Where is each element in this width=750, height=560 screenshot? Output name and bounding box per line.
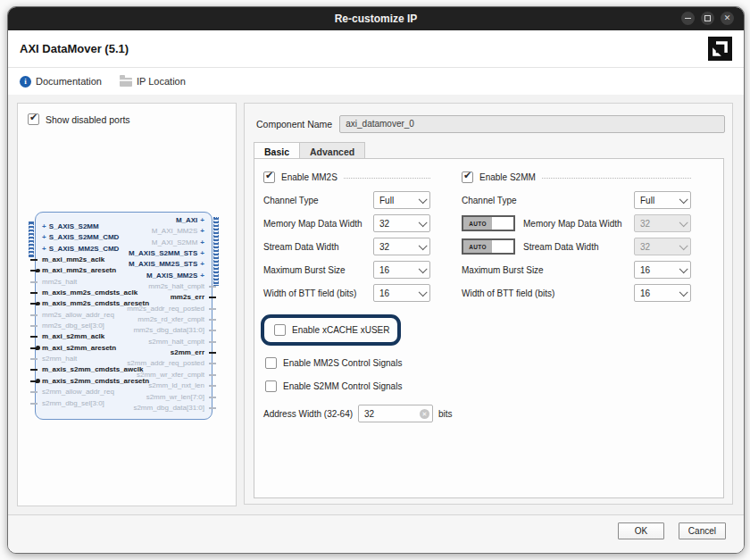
- mm2s-group: Enable MM2S Channel Type Full: [263, 171, 430, 307]
- port-row[interactable]: M_AXI: [127, 215, 204, 226]
- mm2s-btt-width-label: Width of BTT field (bits): [263, 288, 356, 298]
- chevron-down-icon: [679, 264, 688, 272]
- group-rule: [344, 178, 430, 179]
- minimize-icon[interactable]: [681, 12, 695, 25]
- bus-pins-right: [213, 217, 219, 286]
- mm2s-mm-data-width-select[interactable]: 32: [373, 214, 430, 232]
- enable-s2mm-label: Enable S2MM: [479, 172, 536, 182]
- ip-location-label: IP Location: [137, 76, 186, 87]
- address-width-label: Address Width (32-64): [263, 409, 353, 419]
- close-icon[interactable]: [721, 12, 734, 25]
- s2mm-group: Enable S2MM Channel Type Full: [462, 171, 691, 307]
- port-row[interactable]: M_AXI_MM2S: [127, 226, 204, 237]
- port-row: s2mm_wr_len[7:0]: [127, 392, 204, 403]
- recustomize-ip-dialog: Re-customize IP AXI DataMover (5.1) Docu…: [7, 6, 745, 554]
- documentation-link[interactable]: Documentation: [20, 76, 102, 88]
- port-row: s2mm_ld_nxt_len: [127, 380, 204, 391]
- s2mm-channel-type-select[interactable]: Full: [634, 191, 691, 209]
- chevron-down-icon: [419, 218, 427, 226]
- mm2s-stream-data-width-label: Stream Data Width: [263, 242, 338, 252]
- config-panel: Component Name axi_datamover_0 Basic Adv…: [244, 103, 733, 505]
- port-row: mm2s_dbg_data[31:0]: [127, 325, 204, 336]
- mm2s-channel-type-value: Full: [379, 196, 394, 205]
- auto-toggle-label: AUTO: [463, 217, 492, 230]
- enable-mm2s-control-checkbox[interactable]: [265, 357, 277, 369]
- show-disabled-ports-row: Show disabled ports: [18, 104, 236, 125]
- port-row: mm2s_halt_cmplt: [127, 281, 204, 292]
- s2mm-group-title: Enable S2MM: [462, 171, 691, 183]
- port-row[interactable]: M_AXIS_S2MM_STS: [127, 248, 204, 259]
- chevron-down-icon: [419, 195, 427, 203]
- mm2s-channel-type-select[interactable]: Full: [373, 191, 430, 209]
- port-row[interactable]: M_AXIS_MM2S_STS: [127, 259, 204, 270]
- s2mm-max-burst-value: 16: [640, 265, 650, 275]
- ip-location-link[interactable]: IP Location: [120, 76, 186, 87]
- s2mm-channel-type-row: Channel Type Full: [462, 191, 691, 209]
- address-width-row: Address Width (32-64) bits: [263, 405, 714, 422]
- port-row: s2mm_addr_req_posted: [127, 358, 204, 369]
- chevron-down-icon: [419, 241, 427, 249]
- mm2s-mm-data-width-label: Memory Map Data Width: [263, 219, 362, 229]
- mm2s-stream-data-width-row: Stream Data Width 32: [263, 238, 430, 255]
- s2mm-mm-data-width-value: 32: [640, 219, 650, 229]
- mm2s-max-burst-row: Maximum Burst Size 16: [263, 261, 430, 279]
- s2mm-btt-width-label: Width of BTT field (bits): [462, 288, 554, 298]
- s2mm-max-burst-select[interactable]: 16: [634, 261, 691, 279]
- port-row: mm2s_rd_xfer_cmplt: [127, 314, 204, 325]
- ok-button[interactable]: OK: [618, 522, 664, 539]
- mm2s-stream-data-width-select[interactable]: 32: [373, 238, 430, 255]
- component-name-label: Component Name: [256, 119, 332, 130]
- mm2s-channel-type-row: Channel Type Full: [263, 191, 430, 209]
- s2mm-stream-data-width-value: 32: [640, 242, 650, 252]
- bus-pins-left: [29, 221, 34, 257]
- show-disabled-ports-label: Show disabled ports: [46, 114, 130, 125]
- s2mm-btt-width-value: 16: [640, 288, 650, 298]
- s2mm-btt-width-row: Width of BTT field (bits) 16: [462, 284, 691, 302]
- show-disabled-ports-checkbox[interactable]: [28, 113, 39, 125]
- port-row: s2mm_wr_xfer_cmplt: [127, 370, 204, 380]
- block-diagram-panel: Show disabled ports S_AXIS_S2MM S_AXIS_S…: [17, 103, 237, 506]
- dialog-footer: OK Cancel: [8, 514, 744, 553]
- enable-s2mm-control-checkbox[interactable]: [265, 380, 277, 392]
- auto-toggle[interactable]: AUTO: [462, 238, 515, 255]
- port-row[interactable]: M_AXIS_MM2S: [127, 271, 204, 281]
- s2mm-max-burst-row: Maximum Burst Size 16: [462, 261, 691, 279]
- chevron-down-icon: [679, 195, 688, 203]
- enable-mm2s-checkbox[interactable]: [263, 171, 275, 183]
- mm2s-mm-data-width-value: 32: [379, 219, 389, 229]
- mm2s-max-burst-value: 16: [379, 265, 389, 275]
- s2mm-stream-data-width-select: 32: [634, 238, 691, 255]
- s2mm-channel-type-label: Channel Type: [462, 196, 517, 205]
- port-row: s2mm_err: [127, 347, 204, 358]
- maximize-icon[interactable]: [701, 12, 714, 25]
- port-row: mm2s_addr_req_posted: [127, 304, 204, 314]
- mm2s-max-burst-label: Maximum Burst Size: [263, 265, 346, 275]
- documentation-label: Documentation: [36, 76, 102, 87]
- mm2s-stream-data-width-value: 32: [379, 242, 389, 252]
- s2mm-control-signals-row: Enable S2MM Control Signals: [265, 380, 714, 392]
- auto-toggle-label: AUTO: [463, 240, 492, 253]
- dialog-header: AXI DataMover (5.1): [8, 30, 744, 68]
- mm2s-channel-type-label: Channel Type: [263, 196, 319, 205]
- xcache-row: Enable xCACHE xUSER: [274, 324, 389, 336]
- dialog-body: Show disabled ports S_AXIS_S2MM S_AXIS_S…: [8, 95, 744, 514]
- chevron-down-icon: [679, 218, 688, 226]
- info-icon: [20, 76, 31, 88]
- clear-icon[interactable]: [420, 409, 429, 419]
- s2mm-btt-width-select[interactable]: 16: [634, 284, 691, 302]
- ip-title: AXI DataMover (5.1): [20, 42, 708, 55]
- mm2s-control-signals-row: Enable MM2S Control Signals: [265, 357, 714, 369]
- s2mm-stream-data-width-label: Stream Data Width: [523, 242, 598, 252]
- port-row[interactable]: M_AXI_S2MM: [127, 238, 204, 248]
- amd-logo: [708, 37, 732, 61]
- auto-toggle[interactable]: AUTO: [462, 215, 515, 231]
- enable-xcache-checkbox[interactable]: [274, 324, 286, 336]
- port-row: s2mm_dbg_data[31:0]: [127, 403, 204, 414]
- enable-s2mm-checkbox[interactable]: [462, 171, 473, 183]
- s2mm-mm-data-width-row: AUTO Memory Map Data Width 32: [462, 214, 691, 232]
- cancel-button[interactable]: Cancel: [679, 522, 726, 539]
- mm2s-btt-width-select[interactable]: 16: [373, 284, 430, 302]
- mm2s-max-burst-select[interactable]: 16: [373, 261, 430, 279]
- s2mm-stream-data-width-row: AUTO Stream Data Width 32: [462, 238, 691, 255]
- component-name-field[interactable]: axi_datamover_0: [339, 115, 725, 133]
